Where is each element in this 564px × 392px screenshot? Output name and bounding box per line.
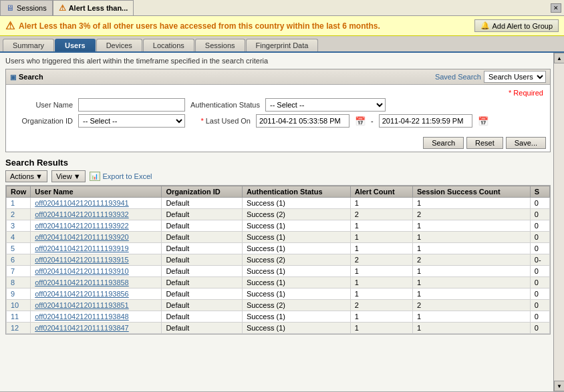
add-alert-to-group-button[interactable]: 🔔 Add Alert to Group [474, 19, 559, 32]
cell-username[interactable]: off020411042120111193856 [31, 288, 162, 300]
table-row[interactable]: 2 off020411042120111193932 Default Succe… [7, 209, 550, 220]
tab-summary[interactable]: Summary [3, 39, 54, 51]
col-alert-count: Alert Count [350, 186, 412, 198]
table-row[interactable]: 10 off020411042120111193851 Default Succ… [7, 300, 550, 311]
cell-username[interactable]: off020411042120111193941 [31, 198, 162, 209]
cell-s: 0 [530, 198, 549, 209]
cell-username[interactable]: off020411042120111193919 [31, 243, 162, 254]
user-name-input[interactable] [78, 98, 185, 112]
vertical-scrollbar[interactable]: ▲ ▼ [553, 53, 564, 391]
cell-org-id: Default [162, 243, 242, 254]
scroll-down-arrow[interactable]: ▼ [554, 381, 564, 391]
scroll-up-arrow[interactable]: ▲ [554, 53, 564, 63]
table-row[interactable]: 8 off020411042120111193858 Default Succe… [7, 277, 550, 288]
cell-username[interactable]: off020411042120111193858 [31, 277, 162, 288]
table-row[interactable]: 3 off020411042120111193922 Default Succe… [7, 220, 550, 232]
alert-tab-icon: ⚠ [59, 3, 66, 13]
tab-alert-label: Alert Less than... [69, 4, 128, 12]
table-row[interactable]: 5 off020411042120111193919 Default Succe… [7, 243, 550, 254]
cell-org-id: Default [162, 209, 242, 220]
cell-s: 0 [530, 277, 549, 288]
cell-username[interactable]: off020411042120111193922 [31, 220, 162, 232]
cell-s: 0 [530, 232, 549, 243]
cell-org-id: Default [162, 277, 242, 288]
cell-session-success: 1 [412, 323, 530, 334]
table-row[interactable]: 4 off020411042120111193920 Default Succe… [7, 232, 550, 243]
results-table-scroll[interactable]: Row User Name Organization ID Authentica… [6, 186, 550, 334]
tab-devices[interactable]: Devices [96, 39, 142, 51]
table-row[interactable]: 6 off020411042120111193915 Default Succe… [7, 254, 550, 266]
cell-username[interactable]: off020411042120111193910 [31, 266, 162, 277]
date-from-input[interactable] [256, 114, 349, 128]
cell-alert-count: 1 [350, 323, 412, 334]
scroll-track[interactable] [554, 63, 564, 381]
actions-button[interactable]: Actions ▼ [5, 170, 47, 182]
cell-session-success: 1 [412, 288, 530, 300]
col-username: User Name [31, 186, 162, 198]
cell-username[interactable]: off020411042120111193932 [31, 209, 162, 220]
tab-sessions[interactable]: Sessions [195, 39, 245, 51]
cell-auth-status: Success (1) [242, 288, 350, 300]
cal-icon-from[interactable]: 📅 [355, 116, 366, 126]
cell-alert-count: 2 [350, 209, 412, 220]
cell-auth-status: Success (1) [242, 323, 350, 334]
saved-search-select[interactable]: Search Users [484, 71, 546, 83]
cell-session-success: 1 [412, 198, 530, 209]
cell-row-num: 1 [7, 198, 31, 209]
cell-alert-count: 1 [350, 288, 412, 300]
window-close[interactable]: ✕ [548, 0, 564, 15]
cell-username[interactable]: off020411042120111193915 [31, 254, 162, 266]
results-table-wrapper: Row User Name Organization ID Authentica… [5, 185, 551, 335]
cell-username[interactable]: off020411042120111193851 [31, 300, 162, 311]
saved-search-area: Saved Search Search Users [435, 71, 546, 83]
table-row[interactable]: 9 off020411042120111193856 Default Succe… [7, 288, 550, 300]
col-auth-status: Authentication Status [242, 186, 350, 198]
cell-row-num: 3 [7, 220, 31, 232]
cell-org-id: Default [162, 232, 242, 243]
actions-chevron-icon: ▼ [35, 172, 43, 180]
alert-banner: ⚠ Alert Less than 3% of all other users … [0, 16, 564, 36]
cell-alert-count: 1 [350, 266, 412, 277]
form-row-username: User Name Authentication Status -- Selec… [13, 98, 543, 112]
date-to-input[interactable] [379, 114, 472, 128]
cell-org-id: Default [162, 198, 242, 209]
cell-s: 0 [530, 266, 549, 277]
cell-username[interactable]: off020411042120111193920 [31, 232, 162, 243]
view-button[interactable]: View ▼ [51, 170, 86, 182]
col-session-success: Session Success Count [412, 186, 530, 198]
cell-auth-status: Success (2) [242, 209, 350, 220]
table-row[interactable]: 11 off020411042120111193848 Default Succ… [7, 311, 550, 323]
search-body: * Required User Name Authentication Stat… [6, 85, 550, 134]
tab-locations[interactable]: Locations [143, 39, 194, 51]
tab-sessions[interactable]: 🖥 Sessions [0, 0, 53, 15]
tab-fingerprint-data[interactable]: Fingerprint Data [246, 39, 319, 51]
results-toolbar: Actions ▼ View ▼ 📊 Export to Excel [5, 170, 551, 182]
cell-org-id: Default [162, 254, 242, 266]
search-button[interactable]: Search [423, 137, 464, 149]
tab-users[interactable]: Users [55, 39, 96, 51]
cell-auth-status: Success (1) [242, 198, 350, 209]
cell-username[interactable]: off020411042120111193848 [31, 311, 162, 323]
table-header-row: Row User Name Organization ID Authentica… [7, 186, 550, 198]
table-row[interactable]: 7 off020411042120111193910 Default Succe… [7, 266, 550, 277]
cell-alert-count: 1 [350, 243, 412, 254]
reset-button[interactable]: Reset [466, 137, 503, 149]
auth-status-select[interactable]: -- Select -- [265, 98, 386, 112]
results-table: Row User Name Organization ID Authentica… [6, 186, 550, 334]
close-icon[interactable]: ✕ [551, 3, 561, 13]
collapse-icon[interactable]: ▣ [10, 73, 16, 81]
org-id-select[interactable]: -- Select -- [78, 114, 185, 128]
table-row[interactable]: 1 off020411042120111193941 Default Succe… [7, 198, 550, 209]
user-name-label: User Name [13, 101, 73, 109]
results-title: Search Results [5, 158, 551, 168]
export-to-excel-button[interactable]: 📊 Export to Excel [90, 172, 152, 181]
cell-alert-count: 1 [350, 198, 412, 209]
cell-username[interactable]: off020411042120111193847 [31, 323, 162, 334]
tab-alert[interactable]: ⚠ Alert Less than... [53, 0, 134, 15]
cell-auth-status: Success (2) [242, 300, 350, 311]
alert-banner-text: Alert Less than 3% of all other users ha… [19, 21, 470, 31]
cal-icon-to[interactable]: 📅 [478, 116, 488, 126]
table-row[interactable]: 12 off020411042120111193847 Default Succ… [7, 323, 550, 334]
save-button[interactable]: Save... [506, 137, 546, 149]
cell-row-num: 2 [7, 209, 31, 220]
